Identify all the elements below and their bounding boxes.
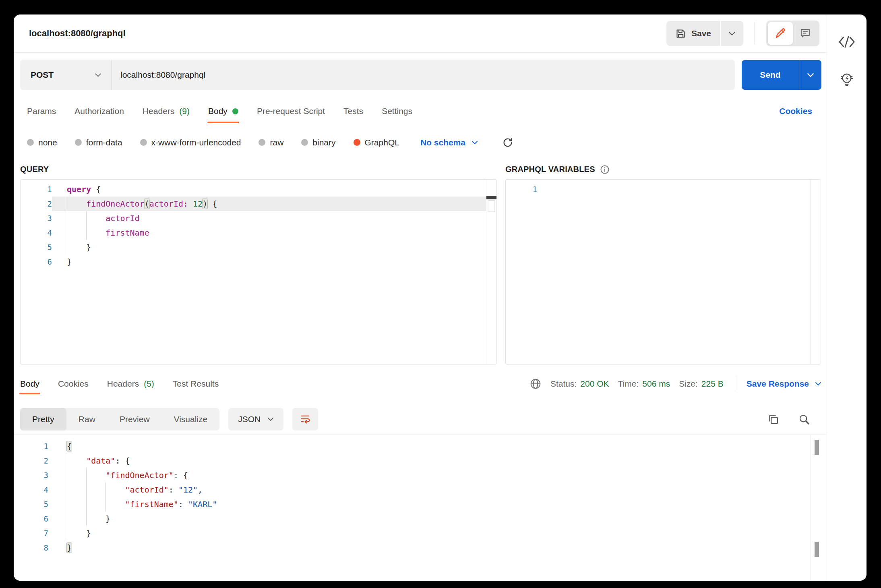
indent-guide [105, 497, 125, 511]
edit-comment-toggle [766, 21, 819, 46]
method-label: POST [31, 70, 54, 80]
method-select[interactable]: POST [20, 60, 111, 90]
code-token: { [207, 199, 217, 209]
tab-pre-request-script[interactable]: Pre-request Script [257, 97, 325, 125]
chevron-down-icon [728, 31, 736, 36]
variables-label-text: GRAPHQL VARIABLES [505, 165, 595, 174]
globe-icon[interactable] [529, 378, 542, 390]
body-type-form-data[interactable]: form-data [75, 138, 122, 147]
tab-authorization[interactable]: Authorization [74, 97, 124, 125]
edit-mode-button[interactable] [768, 22, 793, 45]
body-type-graphql[interactable]: GraphQL [354, 138, 399, 147]
line-number: 3 [21, 211, 52, 226]
editor-overview-ruler[interactable] [810, 180, 821, 364]
body-type-raw[interactable]: raw [259, 138, 283, 147]
body-type-row: none form-data x-www-form-urlencoded raw… [14, 125, 827, 159]
schema-label: No schema [420, 138, 465, 147]
radio-label: none [38, 138, 57, 147]
response-body-viewer[interactable]: 1{2"data": {3"findOneActor": {4"actorId"… [14, 435, 827, 581]
indent-guide [86, 211, 105, 226]
view-pretty-button[interactable]: Pretty [20, 408, 66, 431]
tab-label: Settings [382, 106, 412, 116]
info-icon[interactable] [600, 165, 610, 174]
cookies-link[interactable]: Cookies [779, 106, 812, 116]
code-line-content: { [48, 439, 827, 453]
radio-selected-icon [354, 139, 360, 146]
scrollbar-track[interactable] [811, 435, 811, 581]
response-tab-headers[interactable]: Headers(5) [107, 364, 154, 403]
indent-guide [67, 240, 86, 255]
code-token: 12 [193, 199, 203, 209]
save-options-button[interactable] [721, 21, 743, 46]
code-line: 8} [14, 540, 827, 555]
chevron-down-icon [472, 141, 478, 145]
time-badge: Time:506 ms [618, 379, 670, 389]
schema-select[interactable]: No schema [420, 138, 478, 147]
tab-label: Body [208, 106, 227, 116]
response-tab-body[interactable]: Body [20, 364, 39, 403]
postbot-button[interactable] [838, 71, 855, 89]
send-button-group: Send [742, 60, 821, 90]
tab-settings[interactable]: Settings [382, 97, 412, 125]
copy-response-button[interactable] [767, 413, 780, 426]
wrap-lines-button[interactable] [292, 408, 318, 431]
view-visualize-button[interactable]: Visualize [162, 408, 220, 431]
send-button[interactable]: Send [742, 60, 799, 90]
indent-guide [67, 511, 86, 526]
code-token: findOneActor [86, 199, 145, 209]
variables-editor[interactable]: 1 [505, 179, 821, 364]
variables-label: GRAPHQL VARIABLES [505, 159, 821, 179]
code-line-content: query { [52, 182, 496, 197]
editor-overview-ruler[interactable] [486, 180, 496, 364]
radio-label: GraphQL [365, 138, 399, 147]
indent-guide [67, 226, 86, 240]
save-button-label: Save [691, 29, 711, 38]
code-line: 3"findOneActor": { [14, 468, 827, 482]
search-response-button[interactable] [798, 413, 810, 426]
response-meta: Status:200 OK Time:506 ms Size:225 B Sav… [529, 375, 821, 392]
desktop: { "window": { "title": "localhost:8080/g… [0, 0, 881, 588]
divider [735, 375, 735, 392]
indent-guide [86, 482, 105, 497]
tab-tests[interactable]: Tests [343, 97, 363, 125]
send-options-button[interactable] [799, 60, 821, 90]
code-snippet-button[interactable] [838, 35, 856, 50]
editors-row: QUERY 1query {2findOneActor(actorId: 12)… [14, 159, 827, 364]
indent-guide [86, 497, 105, 511]
query-editor[interactable]: 1query {2findOneActor(actorId: 12) {3act… [20, 179, 497, 364]
radio-icon [140, 139, 147, 146]
tab-params[interactable]: Params [27, 97, 56, 125]
scrollbar-thumb[interactable] [815, 542, 819, 557]
body-type-none[interactable]: none [27, 138, 57, 147]
scrollbar-thumb[interactable] [488, 200, 495, 212]
radio-icon [27, 139, 34, 146]
code-line-content [537, 182, 821, 197]
tab-body[interactable]: Body [208, 97, 238, 125]
wrap-lines-icon [299, 414, 311, 425]
response-format-select[interactable]: JSON [228, 408, 283, 431]
code-line: 1 [506, 182, 821, 197]
main-area: localhost:8080/graphql Save [14, 14, 827, 581]
save-button[interactable]: Save [666, 21, 720, 46]
response-tab-cookies[interactable]: Cookies [58, 364, 89, 403]
url-input[interactable] [112, 70, 735, 80]
view-preview-button[interactable]: Preview [108, 408, 162, 431]
radio-label: x-www-form-urlencoded [151, 138, 241, 147]
query-panel: QUERY 1query {2findOneActor(actorId: 12)… [20, 159, 497, 364]
comments-button[interactable] [793, 22, 818, 45]
body-type-urlencoded[interactable]: x-www-form-urlencoded [140, 138, 241, 147]
chevron-down-icon [267, 417, 274, 421]
save-response-button[interactable]: Save Response [747, 379, 821, 389]
refresh-schema-button[interactable] [502, 137, 513, 148]
indent-guide [67, 482, 86, 497]
modified-dot-icon [232, 108, 238, 114]
scrollbar-thumb[interactable] [815, 440, 819, 455]
body-type-binary[interactable]: binary [301, 138, 335, 147]
code-line: 7} [14, 526, 827, 540]
response-tab-test-results[interactable]: Test Results [173, 364, 219, 403]
code-token: "findOneActor" [105, 470, 174, 480]
code-line: 4firstName [21, 226, 496, 240]
tab-headers[interactable]: Headers(9) [143, 97, 190, 125]
indent-guide [86, 226, 105, 240]
view-raw-button[interactable]: Raw [66, 408, 108, 431]
